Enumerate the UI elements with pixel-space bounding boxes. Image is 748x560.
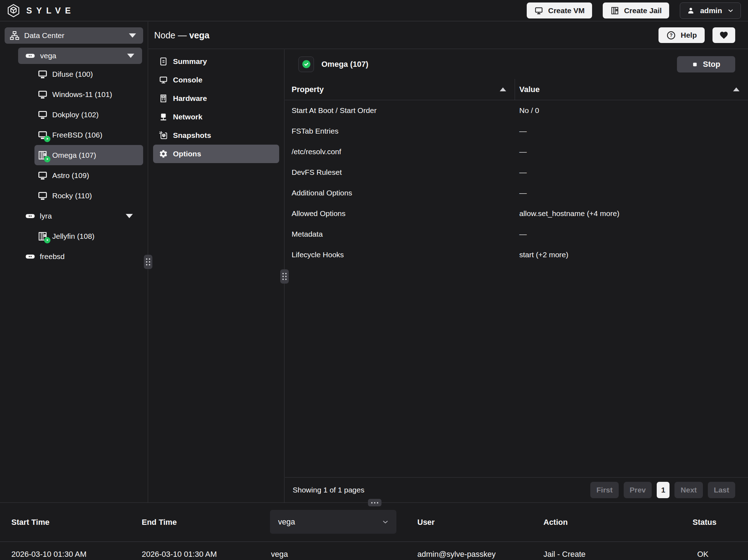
pagination-buttons: First Prev 1 Next Last	[590, 482, 748, 498]
top-bar-actions: Create VM Create Jail	[527, 2, 748, 19]
page-title: Node — vega	[154, 30, 210, 41]
node-filter-value: vega	[278, 517, 295, 527]
sidebar-item-label: Omega (107)	[52, 151, 96, 160]
gear-icon	[159, 149, 168, 158]
sidebar-item-jellyfin[interactable]: Jellyfin (108)	[34, 226, 143, 246]
node-header: Node — vega ? Help	[148, 22, 748, 49]
create-vm-button[interactable]: Create VM	[527, 2, 592, 18]
tab-snapshots[interactable]: Snapshots	[148, 126, 284, 145]
sidebar-item-difuse[interactable]: Difuse (100)	[34, 64, 143, 84]
tab-summary[interactable]: Summary	[148, 52, 284, 71]
sidebar-item-astro[interactable]: Astro (109)	[34, 165, 143, 185]
sidebar-item-label: Data Center	[24, 31, 64, 40]
activity-log-row[interactable]: 2026-03-10 01:30 AM 2026-03-10 01:30 AM …	[0, 542, 748, 560]
tab-label: Snapshots	[173, 131, 211, 140]
sylve-app: SYLVE Create VM	[0, 0, 748, 560]
node-filter-select[interactable]: vega	[270, 510, 396, 534]
create-jail-label: Create Jail	[624, 6, 662, 15]
value-cell: start (+2 more)	[515, 251, 748, 259]
sidebar-item-windows-11[interactable]: Windows-11 (101)	[34, 84, 143, 104]
table-row[interactable]: /etc/resolv.conf —	[285, 141, 748, 162]
user-menu-button[interactable]: admin	[680, 2, 741, 19]
column-header-status[interactable]: Status	[693, 503, 716, 542]
table-row[interactable]: DevFS Ruleset —	[285, 162, 748, 183]
help-button[interactable]: ? Help	[658, 27, 705, 43]
vm-monitor-icon	[37, 190, 48, 201]
property-cell: /etc/resolv.conf	[285, 147, 515, 156]
brand: SYLVE	[0, 4, 75, 18]
current-page-button[interactable]: 1	[657, 482, 670, 498]
horizontal-resize-handle[interactable]	[368, 499, 381, 506]
sidebar-resize-handle[interactable]	[144, 255, 152, 269]
sidebar-item-omega[interactable]: Omega (107)	[34, 145, 143, 165]
server-icon	[25, 50, 36, 61]
help-icon: ?	[666, 31, 676, 40]
guest-title: Omega (107)	[321, 60, 368, 69]
stop-label: Stop	[703, 60, 720, 69]
options-table-header: Property Value	[285, 79, 748, 100]
table-row[interactable]: Start At Boot / Start Order No / 0	[285, 100, 748, 121]
help-label: Help	[681, 31, 697, 39]
next-page-button[interactable]: Next	[674, 482, 703, 498]
tab-options[interactable]: Options	[153, 145, 279, 163]
table-row[interactable]: FSTab Entries —	[285, 121, 748, 141]
datacenter-icon	[10, 31, 20, 41]
sidebar-item-rocky[interactable]: Rocky (110)	[34, 185, 143, 206]
nav-resize-handle[interactable]	[280, 269, 289, 284]
property-cell: Lifecycle Hooks	[285, 251, 515, 259]
value-cell: allow.set_hostname (+4 more)	[515, 209, 748, 218]
property-cell: Additional Options	[285, 189, 515, 197]
sidebar-item-label: Windows-11 (101)	[52, 90, 112, 99]
column-header-end-time[interactable]: End Time	[142, 503, 177, 542]
page-title-node: vega	[189, 30, 210, 40]
table-row[interactable]: Additional Options —	[285, 183, 748, 203]
guest-header: Omega (107) Stop	[285, 49, 748, 79]
value-cell: —	[515, 147, 748, 156]
tab-label: Options	[173, 150, 201, 158]
chevron-down-icon	[127, 54, 134, 58]
server-icon	[25, 211, 36, 221]
column-header-user[interactable]: User	[417, 503, 435, 542]
table-row[interactable]: Lifecycle Hooks start (+2 more)	[285, 244, 748, 265]
create-jail-button[interactable]: Create Jail	[603, 2, 669, 18]
guest-nav: Summary Console Hardware	[148, 49, 284, 502]
guest-status-button[interactable]	[298, 56, 314, 72]
end-time-cell: 2026-03-10 01:30 AM	[142, 542, 217, 560]
sidebar-item-dokploy[interactable]: Dokploy (102)	[34, 104, 143, 125]
tab-hardware[interactable]: Hardware	[148, 89, 284, 108]
sidebar-item-label: vega	[40, 52, 56, 60]
favorite-button[interactable]	[712, 27, 735, 43]
first-page-button[interactable]: First	[590, 482, 619, 498]
table-row[interactable]: Allowed Options allow.set_hostname (+4 m…	[285, 203, 748, 224]
jail-icon	[37, 231, 48, 242]
sidebar-item-vega[interactable]: vega	[18, 48, 142, 64]
jail-icon	[37, 150, 48, 161]
tab-label: Network	[173, 113, 202, 121]
tab-label: Hardware	[173, 94, 207, 103]
sidebar-item-freebsd-host[interactable]: freebsd	[18, 246, 142, 266]
stop-button[interactable]: Stop	[677, 56, 735, 72]
start-time-cell: 2026-03-10 01:30 AM	[11, 542, 87, 560]
tab-network[interactable]: Network	[148, 108, 284, 126]
last-page-button[interactable]: Last	[708, 482, 735, 498]
tab-console[interactable]: Console	[148, 71, 284, 89]
sidebar-item-label: lyra	[40, 212, 52, 220]
vm-monitor-icon	[37, 170, 48, 181]
column-header-action[interactable]: Action	[543, 503, 568, 542]
table-row[interactable]: Metadata —	[285, 224, 748, 244]
sidebar-item-lyra[interactable]: lyra	[18, 206, 142, 226]
column-header-start-time[interactable]: Start Time	[11, 503, 49, 542]
sidebar-item-data-center[interactable]: Data Center	[5, 27, 143, 44]
node-header-actions: ? Help	[658, 27, 735, 43]
column-header-value[interactable]: Value	[515, 79, 748, 100]
sidebar-item-freebsd-106[interactable]: FreeBSD (106)	[34, 125, 143, 145]
page-title-prefix: Node —	[154, 30, 189, 40]
prev-page-button[interactable]: Prev	[624, 482, 652, 498]
column-header-property[interactable]: Property	[285, 79, 515, 100]
running-badge-icon	[44, 136, 50, 142]
sidebar-item-label: Astro (109)	[52, 171, 89, 180]
sidebar-item-label: Dokploy (102)	[52, 111, 99, 119]
running-badge-icon	[44, 237, 50, 243]
server-icon	[25, 251, 36, 262]
network-icon	[159, 112, 168, 122]
